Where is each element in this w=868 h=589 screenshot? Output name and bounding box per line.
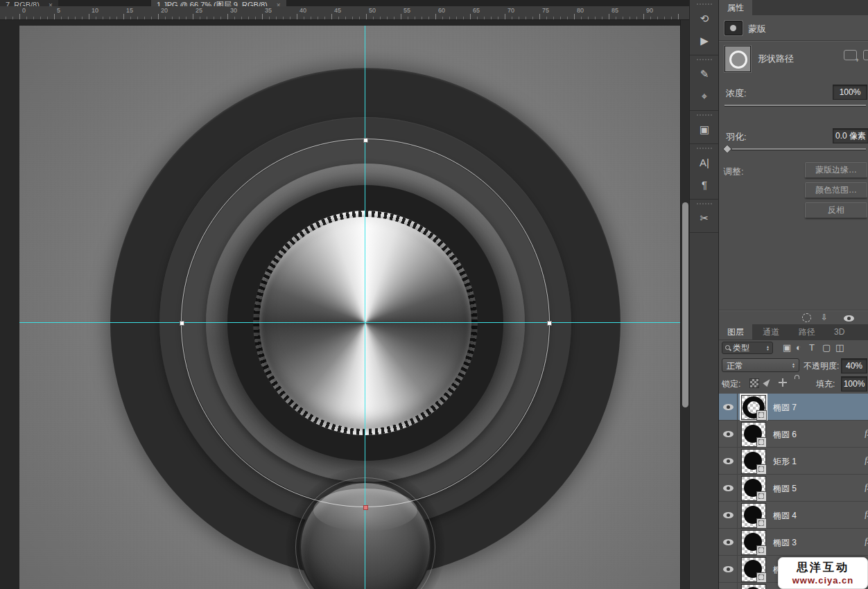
layer-thumbnail[interactable] [741, 503, 766, 528]
fill-label: 填充: [816, 378, 835, 390]
horizontal-guide[interactable] [19, 322, 680, 323]
layer-visibility-toggle[interactable] [719, 421, 738, 447]
layer-name[interactable]: 矩形 1 [773, 456, 797, 468]
filter-shape-layers-icon[interactable]: ▢ [822, 342, 831, 353]
layer-visibility-toggle[interactable] [719, 448, 738, 474]
lock-transparent-pixels-icon[interactable] [749, 378, 759, 388]
tab-channels[interactable]: 通道 [754, 324, 788, 340]
color-range-button[interactable]: 颜色范围… [805, 182, 867, 198]
ruler-tick [616, 17, 616, 19]
layer-row[interactable]: 椭圆 7 [719, 394, 868, 421]
shape-path-thumbnail[interactable] [724, 46, 751, 72]
tab-properties[interactable]: 属性 [719, 0, 752, 15]
top-ruler[interactable]: 051015202530354045505560657075808590 [0, 6, 689, 20]
feather-slider[interactable] [724, 148, 866, 150]
paragraph-panel-button[interactable]: ¶ [690, 173, 719, 195]
layer-visibility-toggle[interactable] [719, 394, 738, 420]
layer-filter-type-dropdown[interactable]: 类型 ▲▼ [722, 342, 773, 354]
path-anchor-top[interactable] [363, 138, 368, 143]
layer-thumbnail[interactable] [741, 422, 766, 447]
canvas-viewport[interactable] [0, 20, 680, 589]
tab-layers[interactable]: 图层 [719, 324, 752, 340]
layer-row[interactable]: 矩形 1 fx [719, 448, 868, 475]
layer-name[interactable]: 椭圆 4 [773, 510, 797, 522]
feather-value[interactable]: 0.0 像素 [833, 128, 868, 143]
layer-row[interactable]: 椭圆 5 fx [719, 475, 868, 502]
canvas-vertical-scrollbar[interactable] [680, 20, 690, 589]
enable-mask-eye-icon[interactable] [844, 315, 854, 322]
filter-pixel-layers-icon[interactable]: ▣ [783, 342, 791, 353]
density-value[interactable]: 100% [833, 85, 867, 100]
layer-thumbnail[interactable] [741, 557, 766, 582]
layer-visibility-toggle[interactable] [719, 529, 738, 555]
ruler-tick [283, 17, 284, 19]
scrollbar-thumb[interactable] [682, 202, 688, 407]
path-anchor-left[interactable] [180, 321, 184, 326]
ruler-tick [373, 17, 374, 19]
document-canvas[interactable] [19, 26, 680, 589]
density-slider[interactable] [724, 105, 866, 107]
tab-paths[interactable]: 路径 [790, 324, 824, 340]
actions-panel-button[interactable]: ▶ [690, 29, 719, 51]
tool-presets-panel-button[interactable]: ✂ [690, 206, 719, 229]
fill-value[interactable]: 100% [841, 376, 867, 392]
layers-filter-row: 类型 ▲▼ ▣◐T▢◫ [719, 340, 868, 356]
dock-group: ▣ [690, 111, 719, 144]
layer-visibility-toggle[interactable] [719, 583, 738, 589]
layer-row[interactable]: 椭圆 3 fx [719, 529, 868, 556]
paragraph-panel-icon: ¶ [702, 179, 707, 190]
character-panel-button[interactable]: A| [690, 151, 719, 173]
ruler-tick [415, 17, 415, 19]
path-anchor-bottom-selected[interactable] [363, 505, 368, 510]
path-anchor-right[interactable] [547, 321, 552, 326]
clone-source-panel-button[interactable]: ⌖ [690, 85, 719, 107]
brush-presets-panel-button[interactable]: ✎ [690, 62, 719, 85]
layer-visibility-toggle[interactable] [719, 502, 738, 528]
layer-row[interactable]: 椭圆 4 fx [719, 502, 868, 529]
layer-visibility-toggle[interactable] [719, 556, 738, 582]
history-panel-button[interactable]: ⟲ [690, 7, 719, 29]
layer-name[interactable]: 椭圆 3 [773, 537, 797, 549]
feather-slider-thumb[interactable] [722, 144, 732, 154]
close-tab-icon[interactable]: × [49, 1, 53, 6]
mask-badge-icon [724, 21, 743, 35]
filter-smart-objects-icon[interactable]: ◫ [835, 342, 844, 353]
document-tab-active[interactable]: 1.JPG @ 66.7% (图层 9, RGB/8) × [151, 0, 286, 6]
layer-name[interactable]: 椭圆 6 [773, 429, 797, 441]
filter-adjustment-layers-icon[interactable]: ◐ [796, 342, 801, 353]
document-tab-bar: 7, RGB/8) × 1.JPG @ 66.7% (图层 9, RGB/8) … [0, 0, 689, 6]
layer-row[interactable]: 椭圆 6 fx [719, 421, 868, 448]
opacity-value[interactable]: 40% [841, 358, 867, 373]
shape-badge-icon [756, 410, 767, 421]
layer-thumbnail[interactable] [741, 476, 766, 501]
layer-fx-badge: fx [865, 482, 868, 493]
close-tab-icon[interactable]: × [277, 1, 281, 6]
layer-comps-panel-button[interactable]: ▣ [690, 118, 719, 140]
shape-path-label: 形状路径 [758, 53, 794, 65]
apply-mask-icon[interactable]: ⇩ [821, 313, 828, 322]
ruler-tick [602, 17, 602, 19]
add-layer-mask-icon[interactable] [844, 50, 857, 60]
lock-image-pixels-icon[interactable] [763, 378, 772, 387]
layer-name[interactable]: 椭圆 5 [773, 483, 797, 495]
document-tab-background[interactable]: 7, RGB/8) × [0, 0, 58, 6]
ruler-tick [130, 17, 131, 19]
tab-3d[interactable]: 3D [826, 324, 853, 340]
layer-thumbnail[interactable] [741, 449, 766, 474]
layer-thumbnail[interactable] [741, 584, 766, 589]
mask-edge-button[interactable]: 蒙版边缘… [805, 162, 867, 178]
ruler-tick [193, 14, 193, 19]
layer-thumbnail[interactable] [741, 395, 766, 420]
invert-button[interactable]: 反相 [805, 202, 867, 218]
layer-visibility-toggle[interactable] [719, 475, 738, 501]
history-panel-icon: ⟲ [700, 13, 709, 24]
layer-thumbnail[interactable] [741, 530, 766, 555]
layer-name[interactable]: 椭圆 7 [773, 402, 797, 414]
load-selection-from-mask-icon[interactable] [802, 313, 811, 322]
add-vector-mask-icon[interactable] [863, 50, 868, 60]
ruler-unit-label: 0 [22, 7, 26, 14]
selected-shape-path-outline[interactable] [181, 139, 550, 507]
right-panel-column: 属性 蒙版 形状路径 浓度: 100% 羽化: 0.0 像素 调整: 蒙版边缘…… [718, 0, 868, 589]
filter-type-layers-icon[interactable]: T [809, 342, 815, 353]
blend-mode-dropdown[interactable]: 正常 ▲▼ [722, 358, 799, 372]
